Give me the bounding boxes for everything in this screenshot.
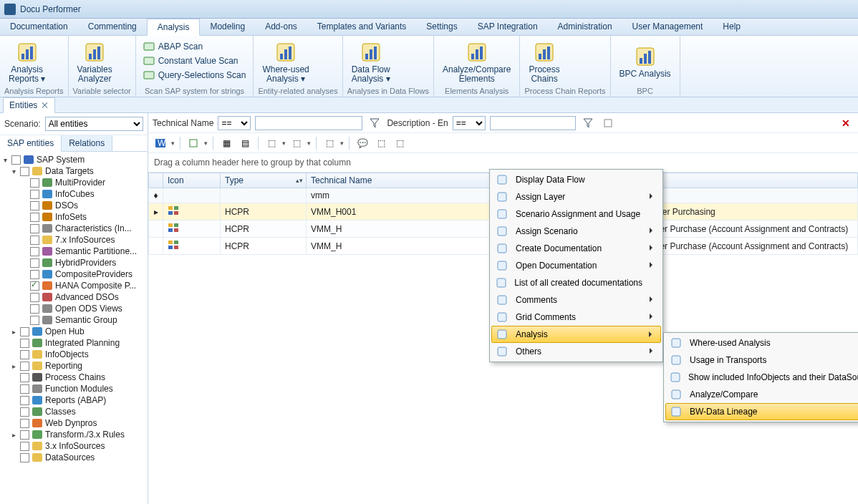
checkbox[interactable] [30, 304, 39, 314]
tree-item[interactable]: Integrated Planning [1, 337, 146, 349]
tree-item[interactable]: Advanced DSOs [1, 291, 146, 303]
checkbox[interactable] [30, 236, 39, 245]
menu-item-comments[interactable]: Comments [491, 291, 661, 309]
checkbox[interactable] [20, 167, 29, 176]
menu-item-scenario-assignment-and-usage[interactable]: Scenario Assignment and Usage [491, 205, 661, 223]
filter-edit-icon[interactable] [600, 115, 616, 131]
menu-analysis[interactable]: Analysis [147, 19, 201, 36]
tree-item[interactable]: DSOs [1, 200, 146, 211]
tree-item[interactable]: HANA Composite P... [1, 280, 146, 291]
ribbon-button[interactable]: Where-usedAnalysis ▾ [258, 39, 313, 85]
filter-tn-value[interactable] [255, 116, 362, 130]
tree-item[interactable]: ▸Transform./3.x Rules [1, 429, 146, 440]
checkbox[interactable] [30, 270, 39, 279]
menu-item-analysis[interactable]: Analysis [491, 326, 661, 343]
context-menu[interactable]: Display Data FlowAssign LayerScenario As… [489, 169, 663, 362]
checkbox[interactable] [30, 190, 39, 199]
menu-settings[interactable]: Settings [416, 19, 467, 35]
expand-icon[interactable]: ▸ [10, 328, 18, 336]
document-tab-entities[interactable]: Entities [3, 97, 55, 113]
checkbox[interactable] [20, 442, 29, 451]
scan-item[interactable]: Constant Value Scan [140, 54, 249, 67]
filter-apply-icon[interactable] [580, 115, 596, 131]
checkbox[interactable] [20, 453, 29, 462]
checkbox[interactable] [30, 316, 39, 325]
tree-item[interactable]: CompositeProviders [1, 268, 146, 280]
close-icon[interactable] [42, 102, 49, 109]
filter-desc-value[interactable] [490, 116, 576, 130]
checkbox[interactable] [20, 396, 29, 405]
scan-item[interactable]: Query-Selections Scan [140, 69, 249, 82]
tab-sap-entities[interactable]: SAP entities [0, 135, 62, 152]
tree-item[interactable]: Semantic Partitione... [1, 246, 146, 257]
checkbox[interactable] [30, 201, 39, 210]
tree-item[interactable]: Web Dynpros [1, 417, 146, 429]
checkbox[interactable] [20, 419, 29, 428]
filter-tn-op[interactable]: == [218, 116, 251, 130]
menu-help[interactable]: Help [713, 19, 751, 35]
menu-sap-integration[interactable]: SAP Integration [468, 19, 548, 35]
ribbon-button[interactable]: ProcessChains [524, 39, 564, 85]
menu-modeling[interactable]: Modeling [200, 19, 255, 35]
tree-item[interactable]: 7.x InfoSources [1, 234, 146, 246]
menu-commenting[interactable]: Commenting [78, 19, 147, 35]
checkbox[interactable] [30, 213, 39, 222]
expand-icon[interactable]: ▾ [1, 156, 9, 164]
checkbox[interactable] [30, 281, 39, 291]
menu-item-usage-in-transports[interactable]: Usage in Transports [665, 352, 858, 369]
checkbox[interactable] [20, 362, 29, 371]
tree-item[interactable]: Process Chains [1, 372, 146, 383]
ribbon-button[interactable]: Data FlowAnalysis ▾ [347, 39, 395, 85]
menu-add-ons[interactable]: Add-ons [255, 19, 307, 35]
tree-item[interactable]: DataSources [1, 452, 146, 463]
comment-icon[interactable]: 💬 [355, 135, 370, 151]
menu-item-bw-data-lineage[interactable]: BW-Data Lineage [665, 403, 858, 420]
tree-item[interactable]: InfoCubes [1, 188, 146, 200]
expand-icon[interactable]: ▸ [10, 362, 18, 370]
analysis-reports-button[interactable]: AnalysisReports ▾ [4, 39, 49, 85]
menu-item-open-documentation[interactable]: Open Documentation [491, 257, 661, 274]
tree-item[interactable]: ▾Data Targets [1, 165, 146, 177]
column-header[interactable]: Icon [163, 173, 221, 188]
tree-item[interactable]: ▾SAP System [1, 154, 146, 165]
tool-e-icon[interactable]: ⬚ [322, 135, 337, 151]
tree-item[interactable]: Reports (ABAP) [1, 394, 146, 406]
checkbox[interactable] [20, 407, 29, 417]
menu-templates-and-variants[interactable]: Templates and Variants [307, 19, 417, 35]
ribbon-button[interactable]: Analyze/CompareElements [438, 39, 515, 85]
tool-a-icon[interactable]: ▦ [218, 135, 234, 151]
menu-item-grid-comments[interactable]: Grid Comments [491, 309, 661, 326]
menu-user-management[interactable]: User Management [622, 19, 713, 35]
ribbon-button[interactable]: BPC Analysis [615, 39, 675, 85]
tree-item[interactable]: MultiProvider [1, 177, 146, 188]
variables-analyzer-button[interactable]: VariablesAnalyzer [73, 39, 117, 85]
scenario-select[interactable]: All entities [45, 117, 143, 131]
checkbox[interactable] [20, 327, 29, 336]
expand-icon[interactable]: ▾ [10, 168, 18, 175]
tool-g-icon[interactable]: ⬚ [392, 135, 408, 151]
menu-item-where-used-analysis[interactable]: Where-used Analysis [665, 334, 858, 352]
tree-item[interactable]: InfoSets [1, 211, 146, 223]
checkbox[interactable] [11, 155, 21, 165]
checkbox[interactable] [20, 350, 29, 359]
checkbox[interactable] [30, 247, 39, 256]
filter-desc-op[interactable]: == [453, 116, 486, 130]
tree-item[interactable]: InfoObjects [1, 349, 146, 360]
menu-administration[interactable]: Administration [548, 19, 622, 35]
tree-item[interactable]: Semantic Group [1, 314, 146, 326]
word-export-icon[interactable]: W [153, 135, 168, 151]
tree-item[interactable]: Function Modules [1, 383, 146, 394]
filter-icon[interactable] [367, 115, 382, 131]
tool-f-icon[interactable]: ⬚ [373, 135, 389, 151]
menu-documentation[interactable]: Documentation [0, 19, 78, 35]
checkbox[interactable] [20, 384, 29, 394]
context-submenu-analysis[interactable]: Where-used AnalysisUsage in TransportsSh… [663, 332, 858, 422]
checkbox[interactable] [30, 293, 39, 302]
column-header[interactable]: Type▴▾ [221, 173, 307, 188]
tab-relations[interactable]: Relations [62, 135, 112, 151]
checkbox[interactable] [30, 224, 39, 233]
expand-icon[interactable]: ▸ [10, 431, 18, 439]
tree-item[interactable]: 3.x InfoSources [1, 440, 146, 452]
refresh-icon[interactable] [185, 135, 201, 151]
tree-item[interactable]: ▸Reporting [1, 360, 146, 372]
